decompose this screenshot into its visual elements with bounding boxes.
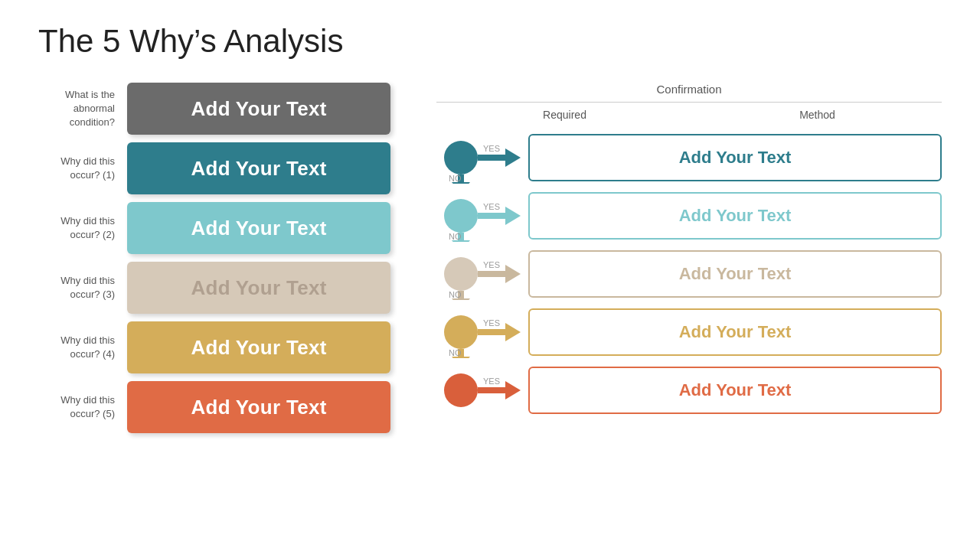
main-content: What is the abnormal condition?Add Your …: [38, 83, 942, 441]
arrow-group: YESNO: [436, 248, 528, 300]
conf-sub-headers: Required Method: [436, 106, 942, 124]
svg-rect-22: [478, 329, 507, 335]
conf-box[interactable]: Add Your Text: [528, 134, 942, 181]
svg-text:YES: YES: [483, 377, 500, 386]
arrow-group: YES: [436, 364, 528, 416]
right-section: Confirmation Required Method YESNOAdd Yo…: [436, 83, 942, 441]
why-row: Why did this occur? (4)Add Your Text: [38, 321, 390, 373]
svg-point-7: [444, 199, 478, 233]
svg-point-28: [444, 373, 478, 407]
svg-text:NO: NO: [449, 174, 462, 183]
why-box[interactable]: Add Your Text: [127, 321, 390, 373]
svg-text:YES: YES: [483, 202, 500, 211]
svg-point-21: [444, 315, 478, 349]
conf-row: YESNOAdd Your Text: [436, 248, 942, 300]
svg-rect-29: [478, 387, 507, 393]
why-row: Why did this occur? (1)Add Your Text: [38, 142, 390, 194]
conf-box[interactable]: Add Your Text: [528, 192, 942, 240]
why-label: Why did this occur? (3): [38, 274, 115, 302]
svg-text:YES: YES: [483, 318, 500, 328]
svg-text:YES: YES: [483, 260, 500, 269]
svg-text:NO: NO: [449, 290, 462, 299]
method-label: Method: [799, 109, 835, 121]
svg-rect-8: [478, 213, 507, 219]
conf-rows: YESNOAdd Your TextYESNOAdd Your TextYESN…: [436, 132, 942, 416]
why-label: Why did this occur? (4): [38, 334, 115, 361]
svg-point-14: [444, 257, 478, 291]
svg-marker-30: [505, 381, 521, 399]
arrow-group: YESNO: [436, 132, 528, 184]
svg-rect-1: [478, 155, 507, 161]
conf-row: YESNOAdd Your Text: [436, 190, 942, 242]
left-section: What is the abnormal condition?Add Your …: [38, 83, 390, 441]
why-box[interactable]: Add Your Text: [127, 83, 390, 135]
conf-box[interactable]: Add Your Text: [528, 367, 942, 414]
why-label: Why did this occur? (1): [38, 155, 115, 182]
svg-rect-15: [478, 271, 507, 277]
why-row: Why did this occur? (5)Add Your Text: [38, 381, 390, 433]
conf-box[interactable]: Add Your Text: [528, 250, 942, 298]
svg-text:NO: NO: [449, 232, 462, 241]
conf-row: YESNOAdd Your Text: [436, 132, 942, 184]
svg-marker-9: [505, 207, 521, 225]
why-row: What is the abnormal condition?Add Your …: [38, 83, 390, 135]
why-label: What is the abnormal condition?: [38, 88, 115, 130]
required-label: Required: [543, 109, 586, 121]
svg-marker-16: [505, 265, 521, 283]
confirmation-header: Confirmation: [436, 83, 942, 103]
why-box[interactable]: Add Your Text: [127, 142, 390, 194]
page: The 5 Why’s Analysis What is the abnorma…: [0, 0, 980, 551]
svg-marker-23: [505, 323, 521, 341]
arrow-group: YESNO: [436, 306, 528, 358]
arrow-group: YESNO: [436, 190, 528, 242]
why-label: Why did this occur? (5): [38, 393, 115, 421]
svg-text:YES: YES: [483, 144, 500, 153]
why-box[interactable]: Add Your Text: [127, 262, 390, 314]
svg-marker-2: [505, 148, 521, 167]
page-title: The 5 Why’s Analysis: [38, 23, 942, 60]
svg-point-0: [444, 141, 478, 174]
conf-row: YESAdd Your Text: [436, 364, 942, 416]
conf-row: YESNOAdd Your Text: [436, 306, 942, 358]
why-row: Why did this occur? (2)Add Your Text: [38, 202, 390, 254]
why-box[interactable]: Add Your Text: [127, 202, 390, 254]
conf-box[interactable]: Add Your Text: [528, 308, 942, 356]
why-label: Why did this occur? (2): [38, 214, 115, 242]
why-row: Why did this occur? (3)Add Your Text: [38, 262, 390, 314]
svg-text:NO: NO: [449, 348, 462, 357]
why-box[interactable]: Add Your Text: [127, 381, 390, 433]
